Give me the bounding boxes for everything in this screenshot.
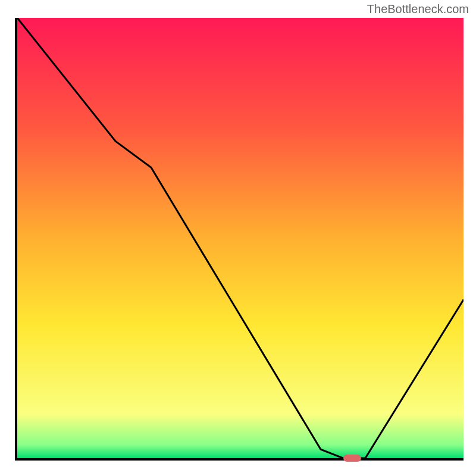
curve-svg [17,18,464,458]
chart-container: TheBottleneck.com [0,0,476,476]
watermark: TheBottleneck.com [367,2,469,16]
plot-area [15,18,464,461]
optimal-marker [343,455,361,462]
bottleneck-curve [17,18,464,458]
